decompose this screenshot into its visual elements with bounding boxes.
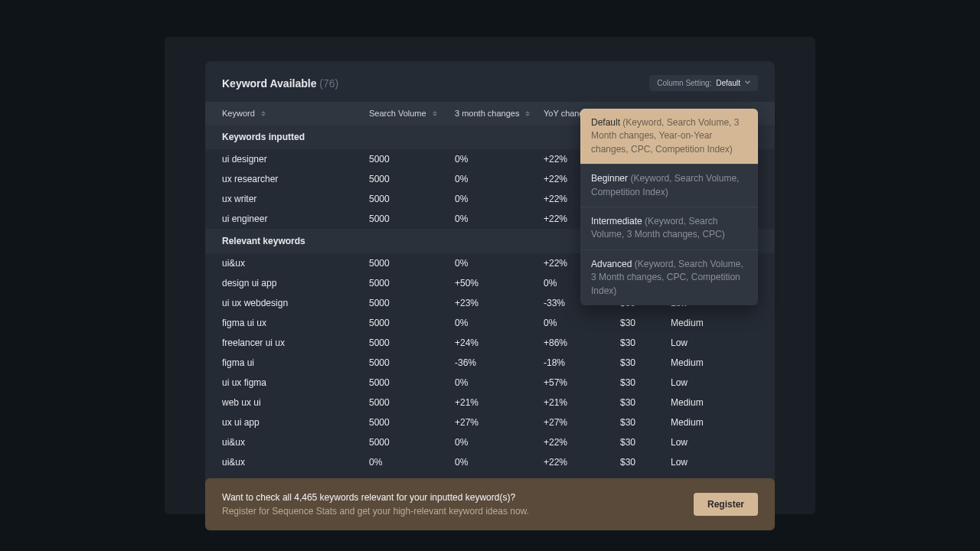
- column-header-3month[interactable]: 3 month changes: [455, 109, 544, 118]
- column-header-keyword[interactable]: Keyword: [222, 109, 369, 118]
- table-row[interactable]: freelancer ui ux5000+24%+86%$30Low: [205, 333, 775, 353]
- comp-cell: Low: [671, 337, 758, 348]
- card-title: Keyword Available (76): [222, 77, 338, 90]
- volume-cell: 5000: [369, 318, 455, 328]
- dropdown-item[interactable]: Default (Keyword, Search Volume, 3 Month…: [580, 109, 758, 165]
- register-button[interactable]: Register: [694, 493, 758, 516]
- volume-cell: 5000: [369, 417, 455, 428]
- mo3-cell: 0%: [455, 174, 544, 184]
- volume-cell: 5000: [369, 337, 455, 348]
- volume-cell: 5000: [369, 437, 455, 448]
- mo3-cell: 0%: [455, 457, 544, 468]
- mo3-cell: +23%: [455, 298, 544, 308]
- yoy-cell: -18%: [544, 357, 620, 368]
- header-right: Column Setting: Default Default (Keyword…: [649, 75, 758, 91]
- yoy-cell: +27%: [544, 417, 620, 428]
- volume-cell: 5000: [369, 278, 455, 289]
- comp-cell: Low: [671, 437, 758, 448]
- volume-cell: 5000: [369, 377, 455, 388]
- yoy-cell: +86%: [544, 337, 620, 348]
- comp-cell: Medium: [671, 357, 758, 368]
- keyword-cell: ux researcher: [222, 174, 369, 184]
- comp-cell: Medium: [671, 397, 758, 408]
- mo3-cell: 0%: [455, 214, 544, 224]
- mo3-cell: 0%: [455, 318, 544, 328]
- yoy-cell: +22%: [544, 457, 620, 468]
- dropdown-item[interactable]: Advanced (Keyword, Search Volume, 3 Mont…: [580, 250, 758, 305]
- keyword-cell: ux ui app: [222, 417, 369, 428]
- yoy-cell: +21%: [544, 397, 620, 408]
- keyword-cell: ui&ux: [222, 258, 369, 269]
- table-row[interactable]: ux ui app5000+27%+27%$30Medium: [205, 412, 775, 432]
- table-row[interactable]: figma ui5000-36%-18%$30Medium: [205, 353, 775, 373]
- cpc-cell: $30: [620, 417, 671, 428]
- mo3-cell: 0%: [455, 437, 544, 448]
- keyword-cell: ui ux figma: [222, 377, 369, 388]
- keyword-cell: ux writer: [222, 194, 369, 204]
- yoy-cell: 0%: [544, 318, 620, 328]
- table-row[interactable]: ui&ux0%0%+22%$30Low: [205, 452, 775, 472]
- keyword-cell: freelancer ui ux: [222, 337, 369, 348]
- cpc-cell: $30: [620, 437, 671, 448]
- column-keyword-label: Keyword: [222, 109, 255, 118]
- mo3-cell: 0%: [455, 258, 544, 269]
- column-setting-dropdown: Default (Keyword, Search Volume, 3 Month…: [580, 109, 758, 305]
- column-setting-value: Default: [716, 79, 740, 87]
- volume-cell: 5000: [369, 397, 455, 408]
- dropdown-item-name: Intermediate: [591, 216, 642, 227]
- keyword-cell: ui&ux: [222, 437, 369, 448]
- volume-cell: 5000: [369, 174, 455, 184]
- mo3-cell: +50%: [455, 278, 544, 289]
- mo3-cell: +24%: [455, 337, 544, 348]
- keyword-cell: figma ui ux: [222, 318, 369, 328]
- keyword-card: Keyword Available (76) Column Setting: D…: [205, 61, 775, 530]
- yoy-cell: +22%: [544, 437, 620, 448]
- banner-line1: Want to check all 4,465 keywords relevan…: [222, 491, 529, 504]
- volume-cell: 5000: [369, 258, 455, 269]
- mo3-cell: +21%: [455, 397, 544, 408]
- column-3mo-label: 3 month changes: [455, 109, 519, 118]
- volume-cell: 0%: [369, 457, 455, 468]
- column-volume-label: Search Volume: [369, 109, 426, 118]
- mo3-cell: 0%: [455, 194, 544, 204]
- mo3-cell: 0%: [455, 154, 544, 165]
- chevron-down-icon: [745, 80, 750, 86]
- dropdown-item-name: Beginner: [591, 173, 628, 184]
- table-row[interactable]: figma ui ux50000%0%$30Medium: [205, 313, 775, 333]
- mo3-cell: 0%: [455, 377, 544, 388]
- keyword-cell: ui engineer: [222, 214, 369, 224]
- dropdown-item[interactable]: Intermediate (Keyword, Search Volume, 3 …: [580, 207, 758, 250]
- volume-cell: 5000: [369, 194, 455, 204]
- cpc-cell: $30: [620, 377, 671, 388]
- dropdown-item-name: Advanced: [591, 259, 632, 269]
- title-text: Keyword Available: [222, 77, 316, 90]
- keyword-cell: ui designer: [222, 154, 369, 165]
- cpc-cell: $30: [620, 397, 671, 408]
- yoy-cell: +57%: [544, 377, 620, 388]
- keyword-cell: ui&ux: [222, 457, 369, 468]
- column-setting-button[interactable]: Column Setting: Default: [649, 75, 758, 91]
- mo3-cell: -36%: [455, 357, 544, 368]
- sort-icon: [433, 111, 437, 116]
- title-count: (76): [319, 77, 338, 90]
- column-setting-label: Column Setting:: [657, 79, 711, 87]
- keyword-cell: ui ux webdesign: [222, 298, 369, 308]
- banner-line2: Register for Sequence Stats and get your…: [222, 504, 529, 518]
- volume-cell: 5000: [369, 154, 455, 165]
- column-header-volume[interactable]: Search Volume: [369, 109, 455, 118]
- table-row[interactable]: ui&ux50000%+22%$30Low: [205, 432, 775, 452]
- card-header: Keyword Available (76) Column Setting: D…: [205, 61, 775, 102]
- mo3-cell: +27%: [455, 417, 544, 428]
- cpc-cell: $30: [620, 457, 671, 468]
- table-row[interactable]: ui ux figma50000%+57%$30Low: [205, 373, 775, 393]
- dropdown-item[interactable]: Beginner (Keyword, Search Volume, Compet…: [580, 165, 758, 207]
- table-row[interactable]: web ux ui5000+21%+21%$30Medium: [205, 393, 775, 412]
- cpc-cell: $30: [620, 337, 671, 348]
- sort-icon: [525, 111, 530, 116]
- dropdown-item-name: Default: [591, 117, 620, 128]
- comp-cell: Low: [671, 457, 758, 468]
- keyword-cell: design ui app: [222, 278, 369, 289]
- volume-cell: 5000: [369, 357, 455, 368]
- banner-text: Want to check all 4,465 keywords relevan…: [222, 491, 529, 518]
- volume-cell: 5000: [369, 214, 455, 224]
